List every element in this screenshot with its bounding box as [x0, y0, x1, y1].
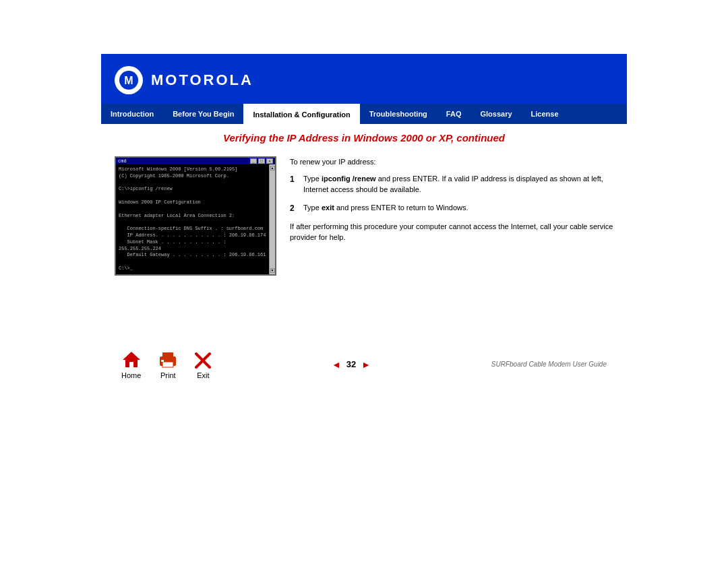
cmd-line-7: Ethernet adapter Local Area Connection 2… — [119, 213, 266, 220]
cmd-line-1: (C) Copyright 1985-2000 Microsoft Corp. — [119, 173, 266, 180]
step-2-number: 2 — [290, 202, 299, 214]
cmd-line-0: Microsoft Windows 2000 [Version 5.00.219… — [119, 166, 266, 173]
step-1-bold: ipconfig /renew — [322, 175, 376, 183]
cmd-screenshot: cmd _ □ × Microsoft Windows 2000 [Versio… — [115, 156, 276, 276]
svg-rect-6 — [161, 360, 164, 362]
nav-item-glossary[interactable]: Glossary — [471, 104, 521, 123]
page-outer: M MOTOROLA Introduction Before You Begin… — [0, 0, 728, 562]
cmd-line-14: C:\>_ — [119, 266, 266, 272]
cmd-line-3: C:\>ipconfig /renew — [119, 186, 266, 193]
subtitle-text: To renew your IP address: — [290, 156, 613, 168]
cmd-title-text: cmd — [118, 158, 127, 164]
text-content: To renew your IP address: 1 Type ipconfi… — [290, 156, 613, 276]
cmd-maximize-button[interactable]: □ — [258, 158, 265, 164]
page-title: Verifying the IP Address in Windows 2000… — [223, 132, 505, 144]
step-1-text: Type ipconfig /renew and press ENTER. If… — [303, 173, 613, 195]
svg-rect-4 — [162, 352, 173, 358]
step-2-text-after: and press ENTER to return to Windows. — [334, 204, 468, 212]
note-text: If after performing this procedure your … — [290, 221, 613, 243]
step-2-text: Type exit and press ENTER to return to W… — [303, 202, 468, 214]
exit-icon — [195, 352, 211, 369]
home-icon — [122, 350, 141, 369]
nav-bar: Introduction Before You Begin Installati… — [101, 104, 627, 124]
step-2-bold: exit — [322, 204, 334, 212]
nav-item-faq[interactable]: FAQ — [437, 104, 471, 123]
step-1-number: 1 — [290, 173, 299, 195]
cmd-main: Microsoft Windows 2000 [Version 5.00.219… — [116, 164, 269, 274]
motorola-brand-text: MOTOROLA — [151, 71, 253, 89]
main-content: M MOTOROLA Introduction Before You Begin… — [101, 0, 627, 562]
cmd-line-8 — [119, 219, 266, 226]
home-label: Home — [121, 371, 141, 379]
page-number: 32 — [346, 359, 356, 369]
footer-left: Home Print — [121, 350, 211, 379]
nav-item-before-you-begin[interactable]: Before You Begin — [163, 104, 243, 123]
footer-center: ◄ 32 ► — [332, 359, 371, 370]
nav-item-troubleshooting[interactable]: Troubleshooting — [360, 104, 437, 123]
cmd-line-13 — [119, 259, 266, 266]
step-1: 1 Type ipconfig /renew and press ENTER. … — [290, 173, 613, 195]
print-icon — [157, 351, 179, 369]
content-area: cmd _ □ × Microsoft Windows 2000 [Versio… — [101, 150, 627, 282]
home-button[interactable]: Home — [121, 350, 141, 379]
cmd-titlebar: cmd _ □ × — [116, 158, 275, 164]
nav-item-introduction[interactable]: Introduction — [101, 104, 163, 123]
cmd-line-4 — [119, 193, 266, 199]
page-title-container: Verifying the IP Address in Windows 2000… — [101, 124, 627, 150]
print-button[interactable]: Print — [157, 351, 179, 379]
cmd-scrollbar[interactable]: ▲ ▼ — [269, 164, 275, 274]
exit-button[interactable]: Exit — [195, 352, 211, 379]
cmd-line-9: Connection-specific DNS Suffix . : surfb… — [119, 226, 266, 232]
nav-item-installation-configuration[interactable]: Installation & Configuration — [243, 104, 359, 124]
cmd-line-11: Subnet Mask . . . . . . . . . . . : 255.… — [119, 239, 266, 253]
motorola-logo-icon: M — [119, 70, 139, 90]
exit-label: Exit — [197, 371, 209, 379]
cmd-buttons: _ □ × — [250, 158, 273, 164]
cmd-minimize-button[interactable]: _ — [250, 158, 257, 164]
cmd-close-button[interactable]: × — [266, 158, 273, 164]
cmd-line-5: Windows 2000 IP Configuration — [119, 199, 266, 206]
cmd-scroll-down[interactable]: ▼ — [270, 268, 275, 273]
header-bar: M MOTOROLA — [101, 54, 627, 104]
cmd-line-12: Default Gateway . . . . . . . . . : 206.… — [119, 252, 266, 259]
cmd-body: Microsoft Windows 2000 [Version 5.00.219… — [116, 164, 269, 274]
motorola-logo-circle: M — [115, 66, 143, 94]
svg-text:M: M — [124, 75, 133, 86]
prev-arrow[interactable]: ◄ — [332, 359, 341, 370]
footer: Home Print — [101, 336, 627, 386]
footer-guide-title: SURFboard Cable Modem User Guide — [491, 361, 607, 368]
next-arrow[interactable]: ► — [361, 359, 371, 370]
cmd-line-10: IP Address. . . . . . . . . . . . : 206.… — [119, 232, 266, 239]
print-label: Print — [160, 371, 176, 379]
step-2: 2 Type exit and press ENTER to return to… — [290, 202, 613, 214]
svg-marker-2 — [123, 352, 140, 367]
nav-item-license[interactable]: License — [522, 104, 568, 123]
cmd-scroll-up[interactable]: ▲ — [270, 166, 275, 170]
cmd-line-6 — [119, 206, 266, 213]
cmd-line-2 — [119, 180, 266, 187]
svg-rect-5 — [162, 362, 173, 367]
cmd-wrapper: Microsoft Windows 2000 [Version 5.00.219… — [116, 164, 275, 274]
